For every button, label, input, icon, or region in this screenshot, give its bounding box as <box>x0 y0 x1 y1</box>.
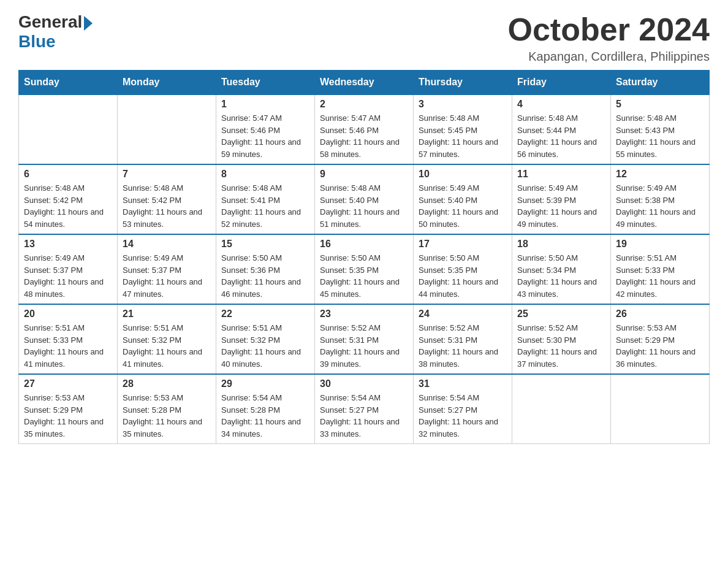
day-info: Sunrise: 5:48 AMSunset: 5:42 PMDaylight:… <box>123 182 211 230</box>
logo-blue-text: Blue <box>18 32 56 52</box>
day-info: Sunrise: 5:49 AMSunset: 5:37 PMDaylight:… <box>24 252 112 300</box>
day-info: Sunrise: 5:52 AMSunset: 5:31 PMDaylight:… <box>419 322 507 370</box>
day-number: 30 <box>320 378 408 389</box>
day-number: 14 <box>123 239 211 250</box>
day-number: 22 <box>221 308 309 320</box>
weekday-header-saturday: Saturday <box>611 71 710 95</box>
calendar-cell <box>118 94 216 164</box>
calendar-header: SundayMondayTuesdayWednesdayThursdayFrid… <box>19 71 710 95</box>
day-number: 18 <box>517 239 605 250</box>
day-number: 11 <box>517 169 605 180</box>
day-number: 26 <box>616 308 704 320</box>
calendar-cell <box>512 374 611 444</box>
day-info: Sunrise: 5:53 AMSunset: 5:28 PMDaylight:… <box>123 392 211 440</box>
day-info: Sunrise: 5:50 AMSunset: 5:36 PMDaylight:… <box>221 252 309 300</box>
calendar-cell: 13Sunrise: 5:49 AMSunset: 5:37 PMDayligh… <box>19 234 118 304</box>
day-number: 19 <box>616 239 704 250</box>
day-info: Sunrise: 5:53 AMSunset: 5:29 PMDaylight:… <box>24 392 112 440</box>
day-number: 15 <box>221 239 309 250</box>
day-number: 4 <box>517 99 605 110</box>
day-info: Sunrise: 5:49 AMSunset: 5:38 PMDaylight:… <box>616 182 704 230</box>
day-info: Sunrise: 5:51 AMSunset: 5:33 PMDaylight:… <box>24 322 112 370</box>
day-info: Sunrise: 5:54 AMSunset: 5:27 PMDaylight:… <box>419 392 507 440</box>
day-info: Sunrise: 5:47 AMSunset: 5:46 PMDaylight:… <box>320 112 408 160</box>
day-info: Sunrise: 5:50 AMSunset: 5:35 PMDaylight:… <box>419 252 507 300</box>
calendar-body: 1Sunrise: 5:47 AMSunset: 5:46 PMDaylight… <box>19 94 710 444</box>
day-info: Sunrise: 5:49 AMSunset: 5:39 PMDaylight:… <box>517 182 605 230</box>
calendar-cell: 30Sunrise: 5:54 AMSunset: 5:27 PMDayligh… <box>315 374 414 444</box>
calendar-cell: 23Sunrise: 5:52 AMSunset: 5:31 PMDayligh… <box>315 304 414 374</box>
day-number: 10 <box>419 169 507 180</box>
calendar-cell: 29Sunrise: 5:54 AMSunset: 5:28 PMDayligh… <box>216 374 315 444</box>
calendar-cell <box>611 374 710 444</box>
calendar-week-4: 20Sunrise: 5:51 AMSunset: 5:33 PMDayligh… <box>19 304 710 374</box>
day-info: Sunrise: 5:50 AMSunset: 5:34 PMDaylight:… <box>517 252 605 300</box>
day-info: Sunrise: 5:49 AMSunset: 5:40 PMDaylight:… <box>419 182 507 230</box>
calendar-cell: 1Sunrise: 5:47 AMSunset: 5:46 PMDaylight… <box>216 94 315 164</box>
day-number: 8 <box>221 169 309 180</box>
calendar-cell: 28Sunrise: 5:53 AMSunset: 5:28 PMDayligh… <box>118 374 216 444</box>
calendar-week-3: 13Sunrise: 5:49 AMSunset: 5:37 PMDayligh… <box>19 234 710 304</box>
day-info: Sunrise: 5:49 AMSunset: 5:37 PMDaylight:… <box>123 252 211 300</box>
calendar-cell: 27Sunrise: 5:53 AMSunset: 5:29 PMDayligh… <box>19 374 118 444</box>
day-number: 17 <box>419 239 507 250</box>
weekday-header-thursday: Thursday <box>414 71 512 95</box>
day-info: Sunrise: 5:54 AMSunset: 5:28 PMDaylight:… <box>221 392 309 440</box>
calendar-cell: 19Sunrise: 5:51 AMSunset: 5:33 PMDayligh… <box>611 234 710 304</box>
weekday-header-friday: Friday <box>512 71 611 95</box>
location-subtitle: Kapangan, Cordillera, Philippines <box>508 50 710 64</box>
day-info: Sunrise: 5:48 AMSunset: 5:45 PMDaylight:… <box>419 112 507 160</box>
day-number: 7 <box>123 169 211 180</box>
calendar-cell: 25Sunrise: 5:52 AMSunset: 5:30 PMDayligh… <box>512 304 611 374</box>
calendar-cell: 18Sunrise: 5:50 AMSunset: 5:34 PMDayligh… <box>512 234 611 304</box>
calendar-table: SundayMondayTuesdayWednesdayThursdayFrid… <box>18 70 710 444</box>
calendar-cell: 4Sunrise: 5:48 AMSunset: 5:44 PMDaylight… <box>512 94 611 164</box>
day-number: 2 <box>320 99 408 110</box>
day-number: 31 <box>419 378 507 389</box>
day-info: Sunrise: 5:48 AMSunset: 5:43 PMDaylight:… <box>616 112 704 160</box>
day-number: 21 <box>123 308 211 320</box>
calendar-cell: 14Sunrise: 5:49 AMSunset: 5:37 PMDayligh… <box>118 234 216 304</box>
day-number: 6 <box>24 169 112 180</box>
day-info: Sunrise: 5:47 AMSunset: 5:46 PMDaylight:… <box>221 112 309 160</box>
day-number: 13 <box>24 239 112 250</box>
calendar-cell: 10Sunrise: 5:49 AMSunset: 5:40 PMDayligh… <box>414 164 512 234</box>
calendar-cell: 31Sunrise: 5:54 AMSunset: 5:27 PMDayligh… <box>414 374 512 444</box>
day-number: 23 <box>320 308 408 320</box>
calendar-cell: 12Sunrise: 5:49 AMSunset: 5:38 PMDayligh… <box>611 164 710 234</box>
calendar-cell: 7Sunrise: 5:48 AMSunset: 5:42 PMDaylight… <box>118 164 216 234</box>
calendar-cell: 16Sunrise: 5:50 AMSunset: 5:35 PMDayligh… <box>315 234 414 304</box>
calendar-cell: 11Sunrise: 5:49 AMSunset: 5:39 PMDayligh… <box>512 164 611 234</box>
day-number: 9 <box>320 169 408 180</box>
day-info: Sunrise: 5:48 AMSunset: 5:42 PMDaylight:… <box>24 182 112 230</box>
day-info: Sunrise: 5:51 AMSunset: 5:32 PMDaylight:… <box>123 322 211 370</box>
page-header: General Blue October 2024 Kapangan, Cord… <box>18 12 710 64</box>
calendar-cell: 26Sunrise: 5:53 AMSunset: 5:29 PMDayligh… <box>611 304 710 374</box>
day-info: Sunrise: 5:48 AMSunset: 5:40 PMDaylight:… <box>320 182 408 230</box>
weekday-header-tuesday: Tuesday <box>216 71 315 95</box>
calendar-cell: 2Sunrise: 5:47 AMSunset: 5:46 PMDaylight… <box>315 94 414 164</box>
day-info: Sunrise: 5:54 AMSunset: 5:27 PMDaylight:… <box>320 392 408 440</box>
weekday-header-wednesday: Wednesday <box>315 71 414 95</box>
day-info: Sunrise: 5:52 AMSunset: 5:30 PMDaylight:… <box>517 322 605 370</box>
calendar-cell: 6Sunrise: 5:48 AMSunset: 5:42 PMDaylight… <box>19 164 118 234</box>
month-year-title: October 2024 <box>508 12 710 47</box>
weekday-header-row: SundayMondayTuesdayWednesdayThursdayFrid… <box>19 71 710 95</box>
calendar-week-5: 27Sunrise: 5:53 AMSunset: 5:29 PMDayligh… <box>19 374 710 444</box>
day-info: Sunrise: 5:50 AMSunset: 5:35 PMDaylight:… <box>320 252 408 300</box>
calendar-cell: 5Sunrise: 5:48 AMSunset: 5:43 PMDaylight… <box>611 94 710 164</box>
day-number: 27 <box>24 378 112 389</box>
day-info: Sunrise: 5:48 AMSunset: 5:41 PMDaylight:… <box>221 182 309 230</box>
day-info: Sunrise: 5:48 AMSunset: 5:44 PMDaylight:… <box>517 112 605 160</box>
day-number: 12 <box>616 169 704 180</box>
logo: General Blue <box>18 12 93 52</box>
calendar-cell: 20Sunrise: 5:51 AMSunset: 5:33 PMDayligh… <box>19 304 118 374</box>
calendar-week-2: 6Sunrise: 5:48 AMSunset: 5:42 PMDaylight… <box>19 164 710 234</box>
day-info: Sunrise: 5:51 AMSunset: 5:33 PMDaylight:… <box>616 252 704 300</box>
day-number: 25 <box>517 308 605 320</box>
calendar-cell: 21Sunrise: 5:51 AMSunset: 5:32 PMDayligh… <box>118 304 216 374</box>
day-number: 20 <box>24 308 112 320</box>
title-block: October 2024 Kapangan, Cordillera, Phili… <box>508 12 710 64</box>
weekday-header-sunday: Sunday <box>19 71 118 95</box>
logo-general-text: General <box>18 12 82 32</box>
